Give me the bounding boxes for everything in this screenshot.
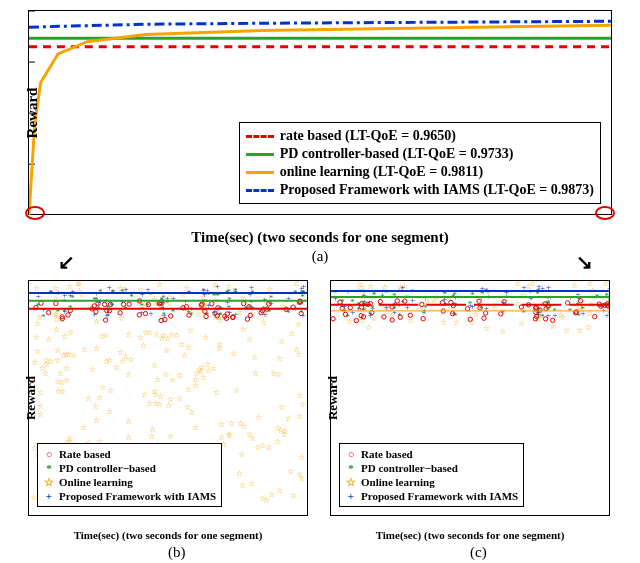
svg-text:☆: ☆ — [176, 394, 183, 403]
svg-text:☆: ☆ — [276, 354, 283, 363]
callout-ellipse-left — [25, 206, 45, 220]
svg-text:☆: ☆ — [141, 390, 148, 399]
svg-text:☆: ☆ — [98, 332, 105, 341]
svg-text:☆: ☆ — [96, 393, 103, 402]
svg-text:☆: ☆ — [167, 432, 174, 441]
svg-text:☆: ☆ — [106, 356, 113, 365]
legend-c-item-0: Rate based — [361, 448, 413, 460]
caption-c: (c) — [470, 544, 487, 561]
svg-text:☆: ☆ — [270, 369, 277, 378]
svg-text:☆: ☆ — [163, 346, 170, 355]
svg-text:☆: ☆ — [137, 333, 144, 342]
svg-text:☆: ☆ — [125, 330, 132, 339]
callout-ellipse-right — [595, 206, 615, 220]
svg-text:☆: ☆ — [33, 333, 40, 342]
chart-b-xlabel: Time(sec) (two seconds for one segment) — [74, 529, 263, 541]
legend-a-item-3: Proposed Framework with IAMS (LT-QoE = 0… — [280, 182, 594, 198]
svg-text:*: * — [233, 286, 238, 296]
svg-text:☆: ☆ — [251, 353, 258, 362]
svg-text:☆: ☆ — [202, 333, 209, 342]
svg-text:☆: ☆ — [518, 319, 525, 328]
svg-text:☆: ☆ — [440, 318, 447, 327]
svg-text:☆: ☆ — [216, 344, 223, 353]
svg-text:☆: ☆ — [81, 345, 88, 354]
svg-text:*: * — [68, 303, 73, 313]
chart-a-legend: rate based (LT-QoE = 0.9650) PD controll… — [239, 122, 601, 204]
svg-text:*: * — [397, 311, 402, 321]
legend-c-item-2: Online learning — [361, 476, 435, 488]
svg-text:☆: ☆ — [34, 319, 41, 328]
svg-text:☆: ☆ — [151, 361, 158, 370]
svg-text:☆: ☆ — [285, 414, 292, 423]
svg-text:☆: ☆ — [107, 386, 114, 395]
svg-text:☆: ☆ — [225, 430, 232, 439]
svg-point-304 — [46, 310, 50, 314]
legend-c-item-3: Proposed Framework with IAMS — [361, 490, 518, 502]
svg-text:☆: ☆ — [293, 345, 300, 354]
svg-text:☆: ☆ — [188, 408, 195, 417]
svg-text:☆: ☆ — [167, 395, 174, 404]
chart-panel-a: 0.8 0.85 0.9 0.95 1 0 80,000 160,000 240… — [28, 10, 612, 215]
svg-text:☆: ☆ — [125, 370, 132, 379]
svg-text:*: * — [227, 287, 232, 297]
svg-text:☆: ☆ — [586, 281, 593, 288]
svg-text:☆: ☆ — [148, 432, 155, 441]
svg-text:☆: ☆ — [236, 469, 243, 478]
chart-b-ylabel: Reward — [23, 376, 39, 420]
caption-a: (a) — [312, 248, 329, 265]
legend-b-item-2: Online learning — [59, 476, 133, 488]
legend-c-item-1: PD controller−based — [361, 462, 458, 474]
chart-c-legend: ○Rate based *PD controller−based ☆Online… — [339, 443, 524, 507]
svg-text:☆: ☆ — [125, 433, 132, 442]
svg-text:☆: ☆ — [228, 419, 235, 428]
caption-b: (b) — [168, 544, 186, 561]
svg-text:☆: ☆ — [549, 322, 556, 331]
svg-text:☆: ☆ — [34, 347, 41, 356]
svg-text:☆: ☆ — [176, 371, 183, 380]
svg-text:☆: ☆ — [576, 326, 583, 335]
svg-text:*: * — [540, 312, 545, 322]
svg-text:☆: ☆ — [255, 413, 262, 422]
svg-text:☆: ☆ — [287, 467, 294, 476]
svg-text:☆: ☆ — [39, 364, 46, 373]
svg-text:☆: ☆ — [85, 394, 92, 403]
legend-b-item-3: Proposed Framework with IAMS — [59, 490, 216, 502]
svg-text:☆: ☆ — [281, 430, 288, 439]
svg-text:☆: ☆ — [187, 326, 194, 335]
svg-text:☆: ☆ — [240, 325, 247, 334]
svg-text:+: + — [451, 308, 456, 318]
svg-text:☆: ☆ — [67, 328, 74, 337]
svg-text:☆: ☆ — [278, 403, 285, 412]
svg-text:☆: ☆ — [125, 417, 132, 426]
svg-point-590 — [482, 316, 486, 320]
svg-text:+: + — [68, 290, 73, 300]
svg-text:☆: ☆ — [213, 388, 220, 397]
svg-text:☆: ☆ — [43, 356, 50, 365]
svg-text:☆: ☆ — [99, 383, 106, 392]
svg-text:☆: ☆ — [66, 434, 73, 443]
svg-text:☆: ☆ — [557, 311, 564, 320]
svg-text:☆: ☆ — [246, 335, 253, 344]
svg-text:☆: ☆ — [499, 327, 506, 336]
svg-text:☆: ☆ — [80, 423, 87, 432]
chart-panel-c: 0.7 0.8 0.9 1 398400 399200 400000 ☆☆☆☆☆… — [330, 280, 610, 516]
svg-text:*: * — [148, 290, 153, 300]
svg-text:☆: ☆ — [231, 349, 238, 358]
svg-text:+: + — [105, 310, 110, 320]
svg-text:*: * — [41, 312, 46, 322]
svg-text:☆: ☆ — [31, 358, 38, 367]
svg-text:☆: ☆ — [295, 320, 302, 329]
svg-text:☆: ☆ — [246, 430, 253, 439]
svg-text:☆: ☆ — [238, 450, 245, 459]
svg-text:☆: ☆ — [63, 364, 70, 373]
svg-text:☆: ☆ — [106, 407, 113, 416]
svg-text:☆: ☆ — [259, 494, 266, 503]
svg-text:☆: ☆ — [254, 443, 261, 452]
svg-text:☆: ☆ — [93, 344, 100, 353]
legend-b-item-0: Rate based — [59, 448, 111, 460]
legend-a-item-1: PD controller-based (LT-QoE = 0.9733) — [280, 146, 514, 162]
svg-text:*: * — [162, 310, 167, 320]
figure-container: 0.8 0.85 0.9 0.95 1 0 80,000 160,000 240… — [0, 0, 640, 563]
svg-text:☆: ☆ — [158, 334, 165, 343]
svg-text:*: * — [217, 290, 222, 300]
